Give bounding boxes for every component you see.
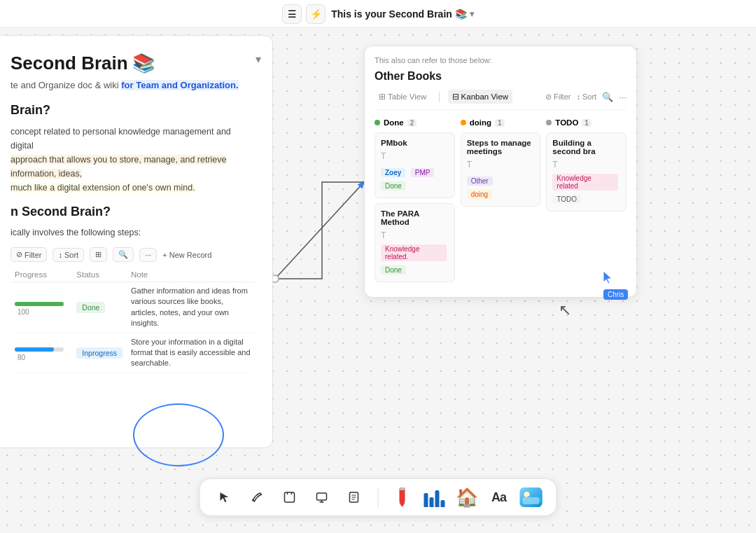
card-meetings-tags: Other — [467, 174, 535, 187]
kanban-more-btn[interactable]: ··· — [619, 92, 626, 102]
status-todo: TODO — [552, 195, 581, 204]
col-doing-count: 1 — [495, 119, 505, 127]
kanban-panel-title: Other Books — [374, 70, 626, 83]
house-tool[interactable]: 🏠 — [456, 486, 478, 508]
progress-cell-1: 100 — [10, 282, 72, 333]
status-badge-done: Done — [76, 302, 105, 313]
page-title: This is your Second Brain 📚 ▾ — [331, 8, 474, 20]
layout-button[interactable]: ⊞ — [90, 247, 107, 262]
card-pmbok[interactable]: PMbok T Zoey PMP Done — [374, 132, 455, 198]
title-dropdown-chevron[interactable]: ▾ — [470, 9, 474, 19]
svg-rect-16 — [400, 487, 405, 490]
doc-body1-plain: concept related to personal knowledge ma… — [10, 127, 231, 151]
font-tool[interactable]: Aa — [488, 486, 510, 508]
table-view-label: Table View — [388, 92, 426, 101]
card-para-text-icon: T — [381, 230, 449, 240]
header-icon-group: ☰ ⚡ — [282, 4, 326, 24]
doc-body2-highlight: approach that allows you to store, manag… — [10, 155, 227, 179]
kanban-view-icon: ⊟ — [452, 92, 459, 102]
card-meetings[interactable]: Steps to manage meetings T Other doing — [461, 132, 541, 207]
tag-knowledge-related: Knowledge related. — [381, 244, 447, 261]
doc-subtitle: te and Organize doc & wiki for Team and … — [10, 80, 255, 90]
image-tool[interactable] — [520, 486, 542, 508]
card-para-status: Done — [381, 263, 449, 276]
pen-tool[interactable] — [246, 486, 269, 508]
card-para[interactable]: The PARA Method T Knowledge related. Don… — [374, 203, 455, 282]
header-bar: ☰ ⚡ This is your Second Brain 📚 ▾ — [0, 0, 756, 28]
presentation-tool[interactable] — [311, 486, 333, 508]
tag-knowledge-related-2: Knowledge related — [552, 174, 618, 191]
card-meetings-status: doing — [467, 187, 535, 200]
kanban-refer-text: This also can refer to those below: — [374, 56, 626, 64]
svg-rect-7 — [317, 493, 327, 500]
pencil-tool[interactable] — [391, 486, 414, 508]
table-row: 100 Done Gather information and ideas fr… — [10, 282, 255, 333]
chart-tool[interactable] — [424, 486, 446, 508]
search-button[interactable]: 🔍 — [113, 247, 134, 262]
kanban-view-label: Kanban View — [461, 92, 509, 101]
svg-rect-4 — [285, 492, 295, 502]
status-badge-inprogress: Inprogress — [76, 347, 122, 359]
table-view-tab[interactable]: ⊞ Table View — [374, 90, 430, 104]
status-done-2: Done — [381, 265, 406, 275]
card-meetings-text-icon: T — [467, 160, 535, 169]
filter-icon: ⊘ — [16, 250, 22, 259]
kanban-view-tab[interactable]: ⊟ Kanban View — [448, 90, 513, 104]
col-doing-label: doing — [470, 118, 491, 127]
col-note: Note — [127, 268, 255, 282]
sort-label: Sort — [64, 251, 78, 259]
toolbar-separator — [378, 487, 379, 507]
page-title-text: This is your Second Brain — [331, 8, 452, 20]
col-todo-label: TODO — [555, 118, 578, 127]
page-title-emoji: 📚 — [455, 8, 467, 20]
card-building-tags: Knowledge related — [552, 174, 620, 192]
kanban-search-btn[interactable]: 🔍 — [602, 92, 613, 102]
col-done-count: 2 — [407, 119, 417, 127]
col-todo-count: 1 — [582, 119, 592, 127]
col-done-header: Done 2 — [374, 118, 455, 127]
flow-view-icon[interactable]: ⚡ — [306, 4, 326, 24]
kanban-toolbar: ⊞ Table View | ⊟ Kanban View ⊘ Filter ↕ … — [374, 90, 626, 110]
filter-button[interactable]: ⊘ Filter — [10, 247, 47, 262]
note-text-2: Store your information in a digital form… — [131, 337, 251, 369]
doc-body1: concept related to personal knowledge ma… — [10, 125, 255, 195]
frame-tool[interactable] — [279, 486, 301, 508]
sort-icon: ↕ — [58, 251, 62, 259]
sort-button[interactable]: ↕ Sort — [52, 248, 84, 262]
more-button[interactable]: ··· — [139, 248, 157, 262]
tag-other: Other — [467, 176, 493, 186]
doc-collapse-chevron[interactable]: ▾ — [255, 53, 261, 66]
kanban-panel: This also can refer to those below: Othe… — [364, 46, 637, 298]
tag-zoey: Zoey — [381, 168, 405, 177]
note-tool[interactable] — [343, 486, 365, 508]
new-record-button[interactable]: + New Record — [162, 251, 211, 259]
status-cell-1: Done — [72, 282, 127, 333]
doc-steps-text: ically involves the following steps: — [10, 228, 255, 237]
note-cell-2: Store your information in a digital form… — [127, 333, 255, 373]
doc-panel: Second Brain 📚 ▾ te and Organize doc & w… — [0, 35, 273, 448]
select-tool[interactable] — [214, 486, 237, 508]
kanban-col-todo: TODO 1 Building a second bra T Knowledge… — [546, 118, 626, 287]
font-aa-text: Aa — [491, 490, 506, 505]
card-building-text-icon: T — [552, 160, 620, 169]
doc-table-toolbar: ⊘ Filter ↕ Sort ⊞ 🔍 ··· + New Record — [10, 247, 255, 262]
list-view-icon[interactable]: ☰ — [282, 4, 302, 24]
doc-title: Second Brain 📚 — [10, 53, 255, 74]
card-building[interactable]: Building a second bra T Knowledge relate… — [546, 132, 626, 212]
col-done-dot — [374, 120, 380, 125]
kanban-columns: Done 2 PMbok T Zoey PMP Done The PARA Me… — [374, 118, 626, 287]
card-building-title: Building a second bra — [552, 139, 620, 155]
progress-cell-2: 80 — [10, 333, 72, 373]
card-pmbok-text-icon: T — [381, 151, 449, 161]
doc-section2-title: n Second Brain? — [10, 205, 255, 219]
kanban-filter-btn[interactable]: ⊘ Filter — [545, 92, 571, 102]
kanban-col-doing: doing 1 Steps to manage meetings T Other… — [461, 118, 541, 287]
kanban-sort-btn[interactable]: ↕ Sort — [576, 92, 596, 101]
tool-group-left — [214, 486, 365, 508]
card-para-title: The PARA Method — [381, 209, 449, 226]
tag-pmp: PMP — [411, 168, 435, 177]
doc-subtitle-highlight: for Team and Organization. — [121, 80, 238, 90]
status-doing: doing — [467, 190, 492, 199]
card-para-tags: Knowledge related. — [381, 244, 449, 263]
note-cell-1: Gather information and ideas from variou… — [127, 282, 255, 333]
